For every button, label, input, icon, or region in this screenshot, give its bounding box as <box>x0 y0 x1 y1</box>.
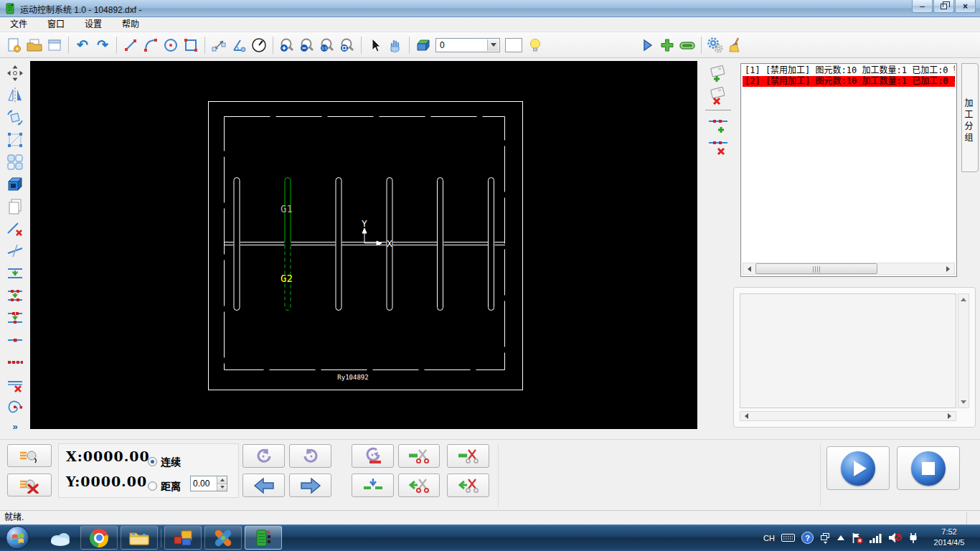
action-center-flag-icon[interactable] <box>852 532 863 544</box>
delete-line-button[interactable] <box>5 375 25 393</box>
mirror-tool-button[interactable] <box>5 86 25 104</box>
tab-processing-groups[interactable]: 加工分组 <box>961 63 979 172</box>
menu-file[interactable]: 文件 <box>0 17 37 32</box>
clean-button[interactable] <box>725 35 745 55</box>
add-segment-button[interactable] <box>706 115 730 136</box>
scale-tool-button[interactable] <box>5 131 25 149</box>
taskbar-clock[interactable]: 7:52 2014/4/5 <box>921 527 977 548</box>
chevron-down-icon[interactable] <box>487 39 499 51</box>
power-plug-icon[interactable] <box>908 532 918 544</box>
more-tools-button[interactable]: » <box>12 421 17 432</box>
show-hidden-icons-button[interactable] <box>837 534 845 542</box>
measure-button[interactable] <box>209 35 229 55</box>
taskbar-app-motion-control[interactable] <box>245 526 282 550</box>
light-toggle-button[interactable] <box>525 35 545 55</box>
restore-windows-icon[interactable] <box>820 532 830 544</box>
window-view-button[interactable] <box>44 35 65 55</box>
distance-input[interactable] <box>191 476 217 491</box>
resize-grip[interactable] <box>966 512 979 524</box>
zoom-actual-button[interactable]: 1:1 <box>317 35 337 55</box>
view-3d-button[interactable] <box>5 175 25 193</box>
cut-forward-keep-button[interactable] <box>398 444 440 468</box>
disconnect-button[interactable] <box>7 474 52 496</box>
insert-point-button[interactable] <box>5 331 25 349</box>
scroll-left-arrow[interactable] <box>743 263 755 274</box>
layers-button[interactable] <box>413 35 433 55</box>
array-tool-button[interactable] <box>5 153 25 171</box>
spin-down-button[interactable] <box>217 484 227 491</box>
cut-back-button[interactable] <box>447 474 489 497</box>
rotate-tool-button[interactable] <box>5 108 25 126</box>
volume-muted-icon[interactable] <box>888 532 902 543</box>
distance-mode-option[interactable]: 距离 <box>148 479 181 493</box>
move-tool-button[interactable] <box>5 64 25 82</box>
taskbar-app-cloud[interactable] <box>43 526 77 550</box>
settings-button[interactable] <box>705 35 725 55</box>
menu-settings[interactable]: 设置 <box>75 17 112 32</box>
menu-help[interactable]: 帮助 <box>112 17 149 32</box>
draw-line-button[interactable] <box>121 35 141 55</box>
copy-tool-button[interactable] <box>5 197 25 215</box>
angle-button[interactable] <box>229 35 249 55</box>
taskbar-app-chrome[interactable] <box>80 526 118 550</box>
compass-button[interactable] <box>249 35 269 55</box>
cut-forward-button[interactable] <box>447 444 489 468</box>
scroll-right-arrow[interactable] <box>942 263 954 274</box>
layer-color-swatch[interactable] <box>505 38 522 52</box>
select-tool-button[interactable] <box>365 35 385 55</box>
add-group-button[interactable] <box>706 62 730 84</box>
continuous-mode-option[interactable]: 连续 <box>148 454 181 468</box>
go-to-origin-button[interactable] <box>352 474 394 497</box>
scroll-up-arrow[interactable] <box>958 294 969 305</box>
taskbar-app-studio[interactable] <box>204 526 242 550</box>
layer-selector[interactable]: 0 <box>435 38 500 52</box>
remove-button[interactable] <box>677 35 697 55</box>
cut-back-keep-button[interactable] <box>398 474 440 497</box>
scroll-left-arrow[interactable] <box>740 412 753 420</box>
rotate-cw-button[interactable] <box>289 444 331 468</box>
group-row-selected[interactable]: [2] [禁用加工] 图元数:10 加工数量:1 已加工:0 镜像 <box>743 76 955 87</box>
jog-left-button[interactable] <box>242 474 285 497</box>
draw-circle-button[interactable] <box>161 35 181 55</box>
new-file-button[interactable] <box>4 35 24 55</box>
merge-lines-button[interactable] <box>5 264 25 282</box>
draw-rect-button[interactable] <box>181 35 201 55</box>
help-icon[interactable]: ? <box>801 532 814 544</box>
group-list-hscrollbar[interactable] <box>743 263 955 275</box>
open-file-button[interactable] <box>24 35 44 55</box>
connect-button[interactable] <box>7 444 52 467</box>
zoom-out-button[interactable] <box>297 35 317 55</box>
scroll-down-arrow[interactable] <box>958 397 969 408</box>
taskbar-app-explorer[interactable] <box>121 526 158 550</box>
split-insert2-button[interactable] <box>5 309 25 326</box>
message-hscrollbar[interactable] <box>740 411 956 421</box>
draw-arc-button[interactable] <box>141 35 161 55</box>
trim-tool-button[interactable] <box>5 242 25 260</box>
run-button[interactable] <box>637 35 657 55</box>
break-tool-button[interactable] <box>5 220 25 237</box>
start-machining-button[interactable] <box>826 446 890 490</box>
group-row[interactable]: [1] [禁用加工] 图元数:10 加工数量:1 已加工:0 镜像 <box>743 65 955 76</box>
taskbar-app-designer[interactable] <box>164 526 202 550</box>
scroll-thumb[interactable] <box>755 263 877 274</box>
distance-radio[interactable] <box>148 481 157 491</box>
pan-tool-button[interactable] <box>385 35 405 55</box>
split-insert-button[interactable] <box>5 286 25 304</box>
delete-segment-button[interactable] <box>706 136 730 158</box>
network-signal-icon[interactable] <box>870 533 882 543</box>
restore-button[interactable] <box>933 0 954 13</box>
rotate-ccw-button[interactable] <box>242 444 285 468</box>
delete-group-button[interactable] <box>706 84 730 105</box>
spin-up-button[interactable] <box>217 476 227 484</box>
language-indicator[interactable]: CH <box>763 534 775 542</box>
keyboard-icon[interactable] <box>781 532 795 543</box>
undo-button[interactable]: ↶ <box>72 35 93 55</box>
minimize-button[interactable]: – <box>912 0 933 13</box>
stop-machining-button[interactable] <box>897 446 960 490</box>
message-vscrollbar[interactable] <box>958 293 969 408</box>
zoom-fit-button[interactable] <box>337 35 357 55</box>
jog-right-button[interactable] <box>289 474 331 497</box>
add-button[interactable] <box>657 35 677 55</box>
zoom-in-button[interactable] <box>277 35 297 55</box>
redo-button[interactable]: ↷ <box>93 35 113 55</box>
